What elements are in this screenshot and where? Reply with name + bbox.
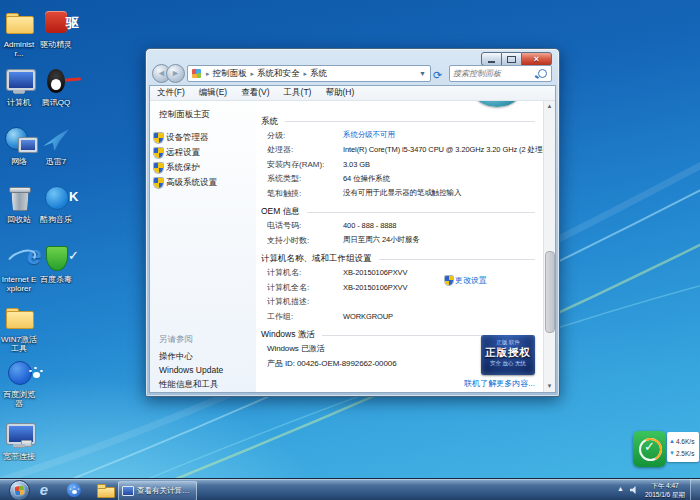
desktop-icon[interactable]: 百度浏览器	[1, 358, 37, 408]
desktop-icon[interactable]: 驱动精灵	[38, 8, 74, 49]
breadcrumb: 控制面板系统和安全系统	[204, 68, 417, 80]
info-value: 3.03 GB	[343, 160, 370, 169]
desktop-icon[interactable]: WIN7激活工具	[1, 303, 37, 353]
desktop-icon-glyph	[2, 8, 36, 38]
change-settings-label: 更改设置	[455, 275, 487, 286]
download-speed: 2.5K/s	[676, 450, 694, 457]
see-also-link[interactable]: 操作中心	[159, 351, 223, 365]
scroll-up-icon[interactable]: ▲	[544, 101, 555, 112]
scrollbar[interactable]: ▲ ▼	[543, 101, 555, 392]
system-window: ◄ ► 控制面板系统和安全系统 ▼ 文件(F)编辑(E)查看(V)工具(T)帮助…	[145, 48, 560, 397]
tray-date: 2015/1/6 星期二	[642, 490, 688, 500]
section-computer-name: 计算机名称、域和工作组设置 计算机名: XB-20150106PXVV 计算机全…	[261, 253, 539, 324]
menu-item[interactable]: 文件(F)	[150, 87, 192, 99]
info-row: 计算机名: XB-20150106PXVV	[261, 266, 539, 281]
search-box	[449, 65, 552, 82]
info-label: 计算机名:	[267, 267, 343, 278]
section-system: 系统 分级: 系统分级不可用 处理器: Intel(R) Core(TM) i5…	[261, 101, 539, 201]
desktop-icon[interactable]: 腾讯QQ	[38, 66, 74, 107]
menu-item[interactable]: 查看(V)	[234, 87, 276, 99]
control-panel-icon	[192, 69, 201, 78]
info-row: 分级: 系统分级不可用	[261, 128, 539, 143]
desktop-icon-label: 计算机	[1, 98, 37, 107]
desktop-icon-glyph	[2, 183, 36, 213]
address-dropdown-icon[interactable]: ▼	[417, 70, 428, 77]
taskbar-app-icon[interactable]	[64, 481, 84, 499]
desktop-icon-glyph	[2, 303, 36, 333]
uac-shield-icon	[154, 163, 163, 173]
change-settings-link[interactable]: 更改设置	[445, 275, 487, 286]
see-also-link[interactable]: 性能信息和工具	[159, 379, 223, 393]
info-value: XB-20150106PXVV	[343, 283, 407, 292]
security-check-icon[interactable]: ✓	[633, 431, 666, 467]
download-arrow-icon: ▼	[669, 450, 675, 456]
scrollbar-thumb[interactable]	[545, 251, 555, 333]
info-label: 工作组:	[267, 311, 343, 322]
address-bar[interactable]: 控制面板系统和安全系统 ▼	[187, 65, 431, 82]
show-desktop-button[interactable]	[690, 479, 700, 500]
sidebar-task[interactable]: 设备管理器	[150, 130, 256, 145]
speaker-icon[interactable]	[630, 486, 639, 494]
info-value: XB-20150106PXVV	[343, 268, 407, 277]
info-label: 计算机描述:	[267, 296, 343, 307]
breadcrumb-item[interactable]: 控制面板	[204, 68, 249, 80]
section-title: 计算机名称、域和工作组设置	[261, 253, 539, 266]
refresh-icon[interactable]	[430, 65, 445, 80]
breadcrumb-item[interactable]: 系统	[302, 68, 330, 80]
taskbar-app-icon[interactable]	[34, 481, 54, 499]
info-row: 系统类型: 64 位操作系统	[261, 172, 539, 187]
taskbar-app-icon[interactable]	[95, 481, 115, 499]
desktop-icon-glyph	[39, 8, 73, 38]
menu-item[interactable]: 帮助(H)	[318, 87, 361, 99]
sidebar: 控制面板主页 设备管理器 远程设置 系统保护	[150, 101, 256, 392]
menu-item[interactable]: 编辑(E)	[192, 87, 234, 99]
desktop: Administr... 驱动精灵 计算机 腾讯QQ 网络 迅雷7 回收站	[0, 0, 700, 500]
hidden-icons-arrow[interactable]: ▲	[617, 485, 624, 492]
desktop-icon-label: Administr...	[1, 40, 37, 58]
desktop-icon[interactable]: 网络	[1, 125, 37, 166]
info-label: 计算机全名:	[267, 282, 343, 293]
sidebar-task[interactable]: 远程设置	[150, 145, 256, 160]
desktop-icon[interactable]: 酷狗音乐	[38, 183, 74, 224]
desktop-icon-glyph	[39, 243, 73, 273]
see-also-link[interactable]: Windows Update	[159, 365, 223, 379]
badge-main-text: 正版授权	[481, 346, 535, 360]
tray-clock[interactable]: 下午 4:47 2015/1/6 星期二	[642, 481, 688, 500]
info-row: 处理器: Intel(R) Core(TM) i5-3470 CPU @ 3.2…	[261, 143, 539, 158]
desktop-icon[interactable]: 百度杀毒	[38, 243, 74, 284]
uac-shield-icon	[154, 148, 163, 158]
desktop-icon[interactable]: Internet Explorer	[1, 243, 37, 293]
info-label: 分级:	[267, 130, 343, 141]
info-row: 计算机描述:	[261, 295, 539, 310]
info-value: Intel(R) Core(TM) i5-3470 CPU @ 3.20GHz …	[343, 145, 543, 155]
sidebar-item-home[interactable]: 控制面板主页	[150, 101, 256, 121]
menu-item[interactable]: 工具(T)	[277, 87, 319, 99]
search-icon	[538, 69, 547, 78]
desktop-icon-label: 百度浏览器	[1, 390, 37, 408]
desktop-icon[interactable]: 回收站	[1, 183, 37, 224]
forward-button[interactable]: ►	[166, 64, 185, 83]
breadcrumb-item[interactable]: 系统和安全	[249, 68, 302, 80]
sidebar-task[interactable]: 系统保护	[150, 160, 256, 175]
info-label: 支持小时数:	[267, 235, 343, 246]
see-also-list: 操作中心Windows Update性能信息和工具	[159, 351, 223, 393]
speed-panel: ▲4.6K/s ▼2.5K/s	[667, 432, 699, 462]
scroll-down-icon[interactable]: ▼	[544, 381, 555, 392]
desktop-icon-label: 驱动精灵	[38, 40, 74, 49]
desktop-icon[interactable]: 宽带连接	[1, 420, 37, 461]
info-label: 安装内存(RAM):	[267, 159, 343, 170]
info-label: 系统类型:	[267, 173, 343, 184]
desktop-icon-glyph	[2, 243, 36, 273]
learn-more-link[interactable]: 联机了解更多内容...	[464, 378, 535, 389]
desktop-icon[interactable]: 迅雷7	[38, 125, 74, 166]
badge-bottom-text: 安全 放心 无忧	[481, 360, 535, 367]
start-button[interactable]	[9, 480, 30, 500]
desktop-icon[interactable]: Administr...	[1, 8, 37, 58]
taskbar-window-button[interactable]: 查看有关计算机的基...	[118, 481, 197, 500]
sidebar-task[interactable]: 高级系统设置	[150, 175, 256, 190]
upload-arrow-icon: ▲	[669, 438, 675, 444]
desktop-icon[interactable]: 计算机	[1, 66, 37, 107]
search-input[interactable]	[450, 69, 538, 78]
windows-flag-icon	[14, 485, 24, 495]
speed-widget[interactable]: ✓ ▲4.6K/s ▼2.5K/s	[633, 431, 699, 467]
